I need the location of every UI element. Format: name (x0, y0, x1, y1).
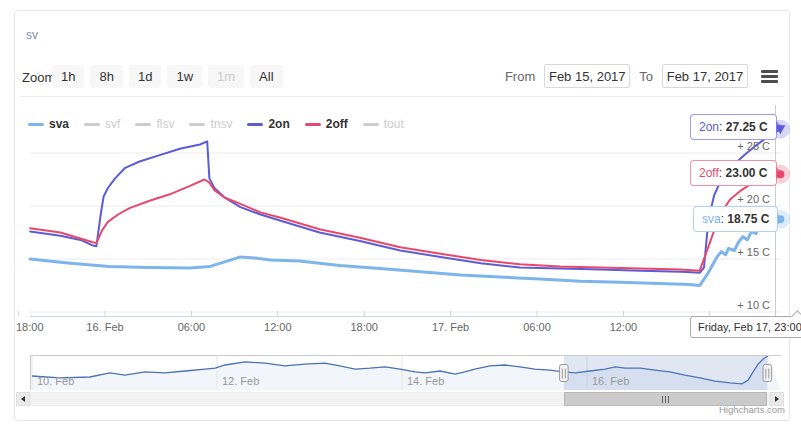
navigator-label: 14. Feb (407, 375, 444, 387)
legend-marker-tout (363, 123, 379, 126)
tooltip-callout-arrow (776, 121, 783, 133)
xaxis-label: 18:00 (350, 321, 378, 333)
xaxis-date-tooltip-text: Friday, Feb 17, 23:00 (698, 321, 801, 333)
legend-marker-sva (28, 123, 44, 126)
legend-marker-2on (247, 123, 263, 126)
yaxis-label: + 20 C (737, 193, 770, 205)
legend-item-2on[interactable]: 2on (247, 117, 289, 131)
scrollbar-left-button[interactable] (16, 392, 30, 406)
yaxis-label: + 25 C (737, 140, 770, 152)
xaxis-date-tooltip: Friday, Feb 17, 23:00 (690, 316, 801, 338)
from-date-input[interactable] (544, 64, 630, 88)
legend-label: tout (384, 117, 404, 131)
arrow-right-icon (775, 396, 779, 402)
legend-item-tout[interactable]: tout (363, 117, 404, 131)
tooltip-series-name: 2off (699, 166, 719, 180)
yaxis-label: + 10 C (737, 299, 770, 311)
legend-label: sva (49, 117, 69, 131)
xaxis-label: 18:00 (16, 321, 44, 333)
legend: svasvfflsvtnsv2on2offtout (28, 117, 404, 131)
legend-label: 2on (268, 117, 289, 131)
tooltip-series-name: sva (702, 212, 721, 226)
chart-title: sv (26, 28, 38, 42)
legend-marker-2off (305, 123, 321, 126)
zoom-range-label: Zoom (22, 70, 55, 85)
date-range-controls: From To (505, 64, 778, 88)
navigator-label: 16. Feb (592, 375, 629, 387)
xaxis-label: 17. Feb (432, 321, 469, 333)
tooltip-series-name: 2on (699, 120, 719, 134)
zoom-button-all[interactable]: All (250, 65, 282, 88)
from-label: From (505, 69, 535, 84)
legend-label: svf (105, 117, 120, 131)
xaxis-label: 12:00 (264, 321, 292, 333)
navigator-label: 12. Feb (222, 375, 259, 387)
hamburger-menu-icon[interactable] (761, 70, 778, 83)
legend-item-2off[interactable]: 2off (305, 117, 348, 131)
toolbar-divider (20, 96, 784, 97)
legend-label: 2off (326, 117, 348, 131)
navigator-label: 10. Feb (37, 375, 74, 387)
xaxis-label: 12:00 (610, 321, 638, 333)
legend-item-flsv[interactable]: flsv (135, 117, 174, 131)
to-label: To (639, 69, 653, 84)
scrollbar-thumb[interactable] (564, 392, 767, 406)
zoom-button-1m: 1m (208, 65, 244, 88)
yaxis-label: + 15 C (737, 246, 770, 258)
tooltip-series-value: 18.75 C (727, 212, 769, 226)
zoom-button-8h[interactable]: 8h (90, 65, 122, 88)
arrow-left-icon (21, 396, 25, 402)
tooltip-2off: 2off: 23.00 C (690, 160, 777, 186)
tooltip-callout-arrow (777, 213, 784, 225)
xaxis-label: 06:00 (523, 321, 551, 333)
stockchart-page: sv Zoom 1h8h1d1w1mAll From To svasvfflsv… (0, 0, 801, 443)
zoom-button-1h[interactable]: 1h (52, 65, 84, 88)
legend-marker-tnsv (189, 123, 205, 126)
legend-item-sva[interactable]: sva (28, 117, 69, 131)
zoom-button-1w[interactable]: 1w (167, 65, 202, 88)
to-date-input[interactable] (662, 64, 748, 88)
legend-label: tnsv (210, 117, 232, 131)
legend-marker-svf (84, 123, 100, 126)
tooltip-callout-arrow (776, 167, 783, 179)
legend-marker-flsv (135, 123, 151, 126)
legend-label: flsv (156, 117, 174, 131)
zoom-button-1d[interactable]: 1d (129, 65, 161, 88)
xaxis-label: 16. Feb (86, 321, 123, 333)
zoom-button-group: 1h8h1d1w1mAll (52, 65, 283, 88)
tooltip-sva: sva: 18.75 C (693, 206, 778, 232)
tooltip-2on: 2on: 27.25 C (690, 114, 777, 140)
tooltip-series-value: 23.00 C (725, 166, 767, 180)
legend-item-svf[interactable]: svf (84, 117, 120, 131)
scrollbar-right-button[interactable] (770, 392, 784, 406)
tooltip-series-value: 27.25 C (726, 120, 768, 134)
xaxis-label: 06:00 (178, 321, 206, 333)
legend-item-tnsv[interactable]: tnsv (189, 117, 232, 131)
